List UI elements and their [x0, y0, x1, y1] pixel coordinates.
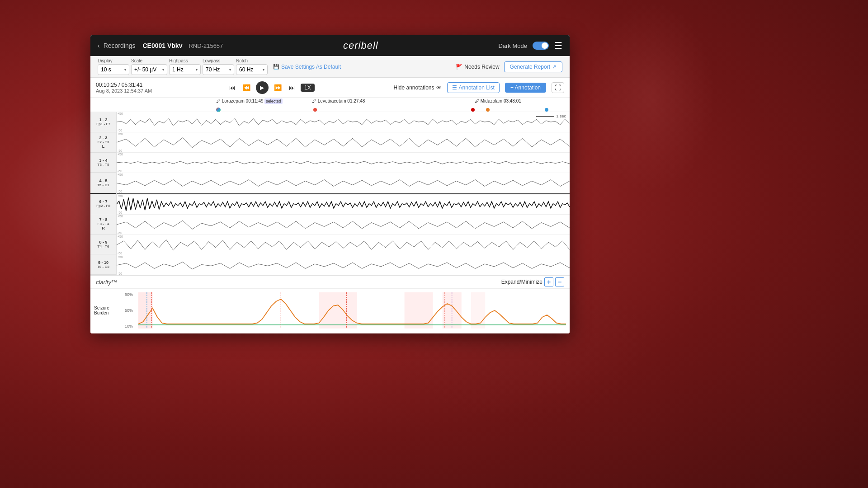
- topbar: ‹ Recordings CE0001 Vbkv RND-215657 ceri…: [90, 35, 570, 56]
- fullscreen-button[interactable]: ⛶: [552, 82, 564, 93]
- ch-name: F8 - T4: [98, 222, 109, 226]
- recording-id: RND-215657: [189, 42, 223, 49]
- ch-name: T5 - O1: [97, 183, 109, 187]
- highpass-value: 1 Hz: [172, 66, 184, 73]
- expand-controls: Expand/Minimize + −: [501, 277, 564, 286]
- lowpass-arrow-icon: ▾: [229, 68, 231, 72]
- ch-num: 4 - 5: [99, 178, 107, 183]
- annotation-levetiracetam[interactable]: 🖊 Levetiracetam 01:27:48: [312, 99, 365, 103]
- topbar-center: ceribell: [223, 40, 498, 52]
- needs-review-label: Needs Review: [464, 64, 499, 70]
- ch-name: T4 - T6: [98, 244, 109, 249]
- notch-select[interactable]: 60 Hz ▾: [236, 64, 268, 75]
- expand-minus-button[interactable]: −: [555, 277, 564, 286]
- ch-name: Fp2 - F8: [96, 204, 110, 208]
- clarity-section: clarity™ Expand/Minimize + − Seizure Bur…: [90, 275, 570, 333]
- ch-num: 3 - 4: [99, 158, 107, 163]
- playback-bar: 00:10:25 / 05:31:41 Aug 8, 2023 12:54:37…: [90, 78, 570, 98]
- controls-right: 🚩 Needs Review Generate Report ↗: [456, 61, 562, 72]
- dark-mode-toggle[interactable]: [533, 42, 549, 50]
- topbar-right: Dark Mode ☰: [498, 40, 562, 51]
- hide-annotations-button[interactable]: Hide annotations 👁: [393, 84, 441, 91]
- fullscreen-icon: ⛶: [555, 84, 561, 91]
- hamburger-menu-icon[interactable]: ☰: [554, 40, 562, 51]
- eeg-channel-7: +50-50: [117, 215, 570, 235]
- highpass-select[interactable]: 1 Hz ▾: [169, 64, 201, 75]
- save-settings-label: Save Settings As Default: [281, 64, 341, 70]
- lowpass-value: 70 Hz: [206, 66, 220, 73]
- ch-num: 8 - 9: [99, 240, 107, 244]
- needs-review[interactable]: 🚩 Needs Review: [456, 64, 499, 70]
- pct-50: 50%: [125, 308, 133, 313]
- back-button[interactable]: ‹: [98, 42, 100, 49]
- skip-start-button[interactable]: ⏮: [227, 83, 237, 92]
- eeg-traces: 1 sec +50-50 +50-50 +50-50: [117, 112, 570, 275]
- hide-annotations-label: Hide annotations: [393, 84, 434, 91]
- next-button[interactable]: ⏩: [272, 83, 283, 92]
- eeg-channel-4: +50-50: [117, 173, 570, 193]
- clarity-logo: clarity™: [96, 279, 117, 286]
- side-badge: L: [102, 144, 105, 149]
- burden-label-text: Burden: [94, 310, 108, 315]
- annotation-list-button[interactable]: ☰ Annotation List: [447, 82, 500, 93]
- ch-num: 6 - 7: [99, 199, 107, 204]
- ch-num: 9 - 10: [98, 260, 108, 265]
- recordings-link[interactable]: Recordings: [104, 42, 136, 49]
- eeg-channel-6: +50-50: [117, 194, 570, 215]
- highpass-control: Highpass 1 Hz ▾: [169, 58, 201, 75]
- play-button[interactable]: ▶: [256, 81, 269, 94]
- logo: ceribell: [343, 40, 378, 52]
- flag-icon: 🚩: [456, 64, 462, 70]
- ch-num: 2 - 3: [99, 136, 107, 140]
- display-arrow-icon: ▾: [124, 68, 126, 72]
- notch-value: 60 Hz: [239, 66, 253, 73]
- annotation-lorazepam-label: 🖊 Lorazepam 00:11:49 selected: [216, 99, 283, 103]
- channel-9-10: 9 - 10 T6 - O2: [90, 254, 116, 275]
- channel-2-3: 2 - 3 F7 - T3 L: [90, 132, 116, 153]
- notch-label: Notch: [236, 58, 268, 63]
- notch-control: Notch 60 Hz ▾: [236, 58, 268, 75]
- eye-icon: 👁: [436, 84, 442, 91]
- generate-report-button[interactable]: Generate Report ↗: [504, 61, 562, 72]
- prev-button[interactable]: ⏪: [241, 83, 252, 92]
- expand-plus-button[interactable]: +: [544, 277, 553, 286]
- skip-end-button[interactable]: ⏭: [287, 83, 297, 92]
- ch-name: Fp1 - F7: [96, 122, 110, 126]
- display-select[interactable]: 10 s ▾: [98, 64, 129, 75]
- scale-arrow-icon: ▾: [162, 68, 164, 72]
- eeg-channel-3: +50-50: [117, 153, 570, 173]
- display-control: Display 10 s ▾: [98, 58, 129, 75]
- time-current: 00:10:25 / 05:31:41: [96, 82, 152, 88]
- expand-label: Expand/Minimize: [501, 279, 542, 285]
- notch-arrow-icon: ▾: [263, 68, 264, 72]
- patient-id: CE0001 Vbkv: [143, 42, 183, 49]
- speed-button[interactable]: 1X: [301, 84, 315, 92]
- highpass-arrow-icon: ▾: [196, 68, 198, 72]
- pct-10: 10%: [125, 324, 133, 328]
- scale-label: Scale: [131, 58, 167, 63]
- highpass-label: Highpass: [169, 58, 201, 63]
- annotation-levetiracetam-label: 🖊 Levetiracetam 01:27:48: [312, 99, 365, 103]
- time-info: 00:10:25 / 05:31:41 Aug 8, 2023 12:54:37…: [96, 82, 152, 94]
- seizure-label: Seizure Burden: [94, 305, 121, 315]
- seizure-label-text: Seizure: [94, 305, 109, 310]
- annotation-midazolam[interactable]: 🖊 Midazolam 03:48:01: [475, 99, 521, 103]
- annotation-lorazepam[interactable]: 🖊 Lorazepam 00:11:49 selected: [216, 99, 283, 103]
- scale-select[interactable]: +/- 50 µV ▾: [131, 64, 167, 75]
- lowpass-label: Lowpass: [203, 58, 234, 63]
- list-icon: ☰: [452, 84, 457, 91]
- eeg-channel-1: +50-50: [117, 112, 570, 132]
- lowpass-select[interactable]: 70 Hz ▾: [203, 64, 234, 75]
- annotation-list-label: Annotation List: [459, 84, 495, 91]
- channel-labels: 1 - 2 Fp1 - F7 2 - 3 F7 - T3 L 3 - 4 T3 …: [90, 112, 117, 275]
- clarity-header: clarity™ Expand/Minimize + −: [90, 276, 570, 289]
- ch-name: F7 - T3: [98, 140, 109, 144]
- pct-90: 90%: [125, 292, 133, 297]
- svg-rect-1: [319, 292, 357, 328]
- scale-value: +/- 50 µV: [134, 66, 156, 73]
- save-settings-button[interactable]: 💾 Save Settings As Default: [273, 64, 341, 70]
- channel-7-8: 7 - 8 F8 - T4 R: [90, 214, 116, 235]
- display-label: Display: [98, 58, 129, 63]
- add-annotation-button[interactable]: + Annotation: [505, 83, 546, 93]
- annotation-midazolam-label: 🖊 Midazolam 03:48:01: [475, 99, 521, 103]
